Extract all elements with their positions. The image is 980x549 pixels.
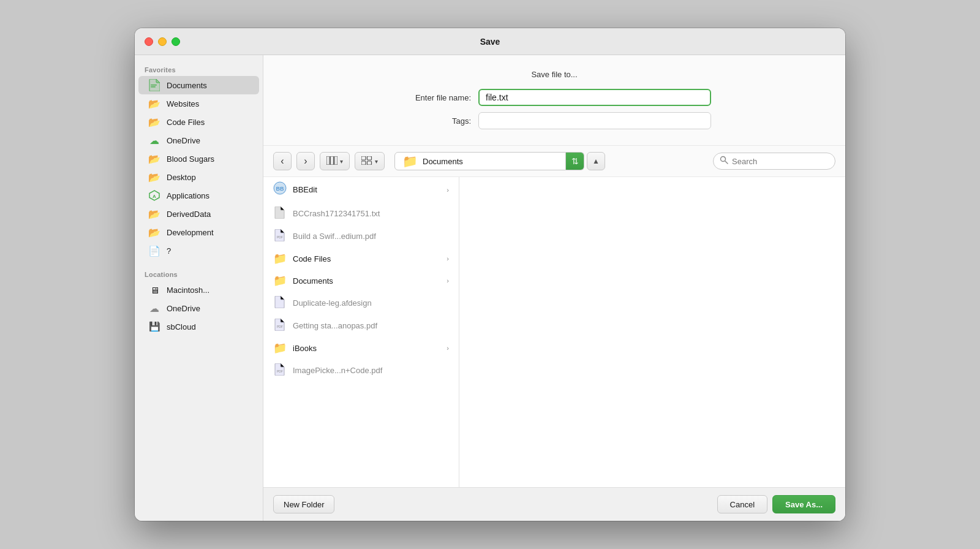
- folder-icon: 📂: [148, 153, 160, 165]
- cloud-icon: ☁: [148, 134, 160, 146]
- file-name-ibooks: iBooks: [293, 344, 440, 353]
- back-button[interactable]: ‹: [273, 152, 292, 170]
- svg-point-11: [721, 157, 726, 162]
- sidebar-item-development-label: Development: [167, 228, 214, 237]
- sidebar-item-websites-label: Websites: [167, 99, 199, 108]
- sidebar-item-applications[interactable]: A Applications: [138, 186, 259, 205]
- search-icon: [720, 156, 728, 167]
- save-as-button[interactable]: Save As...: [772, 495, 835, 513]
- folder-icon: 📂: [148, 171, 160, 183]
- file-item-code-files[interactable]: 📁 Code Files ›: [263, 248, 459, 270]
- columns-view-button[interactable]: ▾: [320, 152, 350, 170]
- tags-row: Tags:: [288, 112, 821, 129]
- file-name-bbedit: BBEdit: [293, 185, 440, 194]
- file-item-bbedit[interactable]: BB BBEdit ›: [263, 177, 459, 202]
- chevron-up-icon: ▲: [592, 157, 600, 165]
- file-item-documents[interactable]: 📁 Documents ›: [263, 270, 459, 292]
- file-item-bccrash[interactable]: BCCrash1712341751.txt: [263, 202, 459, 225]
- filename-input[interactable]: [478, 89, 711, 106]
- file-name-imagepicker: ImagePicke...n+Code.pdf: [293, 366, 449, 375]
- file-name-code-files: Code Files: [293, 254, 440, 263]
- svg-rect-7: [361, 156, 366, 160]
- sidebar-item-code-files[interactable]: 📂 Code Files: [138, 113, 259, 131]
- search-input[interactable]: [732, 157, 818, 166]
- location-dropdown-button[interactable]: ⇅: [566, 152, 584, 170]
- maximize-button[interactable]: [172, 37, 180, 46]
- sidebar-item-documents[interactable]: Documents: [138, 76, 259, 94]
- sidebar-item-blood-sugars[interactable]: 📂 Blood Sugars: [138, 150, 259, 168]
- favorites-label: Favorites: [135, 62, 263, 76]
- chevron-down-icon: ▾: [340, 158, 343, 165]
- folder-icon: 📂: [148, 97, 160, 110]
- hdd-icon: 🖥: [148, 284, 160, 296]
- content-area: Save file to... Enter file name: Tags: ‹…: [263, 55, 845, 521]
- file-name-bccrash: BCCrash1712341751.txt: [293, 209, 449, 218]
- close-button[interactable]: [145, 37, 153, 46]
- sidebar-item-onedrive-label: OneDrive: [167, 136, 200, 145]
- file-item-imagepicker[interactable]: PDF ImagePicke...n+Code.pdf: [263, 359, 459, 382]
- sidebar-item-onedrive-location[interactable]: ☁ OneDrive: [138, 299, 259, 317]
- dialog-title: Save: [480, 37, 500, 47]
- file-item-duplicate-leg[interactable]: Duplicate-leg.afdesign: [263, 292, 459, 314]
- minimize-button[interactable]: [158, 37, 167, 46]
- svg-rect-1: [151, 86, 156, 88]
- svg-rect-8: [368, 156, 372, 160]
- grid-icon: [361, 156, 372, 167]
- txt-icon: [273, 206, 287, 221]
- sidebar-item-desktop-label: Desktop: [167, 173, 196, 182]
- chevron-right-icon: ›: [447, 344, 449, 352]
- titlebar: Save: [135, 28, 845, 55]
- sidebar-item-sbcloud-label: sbCloud: [167, 322, 196, 331]
- location-display: 📁 Documents: [394, 152, 566, 170]
- sidebar-item-derived-data[interactable]: 📂 DerivedData: [138, 205, 259, 223]
- sidebar-item-onedrive[interactable]: ☁ OneDrive: [138, 131, 259, 150]
- svg-rect-0: [151, 85, 157, 86]
- search-box: [713, 153, 835, 170]
- collapse-button[interactable]: ▲: [587, 152, 605, 170]
- columns-icon: [326, 156, 337, 167]
- sidebar-item-macintosh[interactable]: 🖥 Macintosh...: [138, 281, 259, 299]
- up-down-arrows-icon: ⇅: [571, 156, 579, 166]
- new-folder-button[interactable]: New Folder: [273, 495, 334, 513]
- sidebar-item-websites[interactable]: 📂 Websites: [138, 94, 259, 113]
- sidebar: Favorites Documents 📂: [135, 55, 263, 521]
- location-pill: 📁 Documents ⇅ ▲: [394, 152, 605, 170]
- sidebar-item-documents-label: Documents: [167, 81, 207, 90]
- chevron-right-icon: ›: [447, 186, 449, 194]
- tags-input[interactable]: [478, 112, 711, 129]
- sidebar-item-desktop[interactable]: 📂 Desktop: [138, 168, 259, 186]
- pdf-icon: PDF: [273, 319, 287, 333]
- sidebar-item-blood-sugars-label: Blood Sugars: [167, 154, 214, 164]
- forward-button[interactable]: ›: [296, 152, 315, 170]
- grid-view-button[interactable]: ▾: [355, 152, 385, 170]
- folder-icon: 📂: [148, 208, 160, 220]
- sidebar-item-sbcloud[interactable]: 💾 sbCloud: [138, 317, 259, 336]
- chevron-right-icon: ›: [447, 277, 449, 284]
- bbedit-icon: BB: [273, 181, 287, 198]
- file-name-duplicate-leg: Duplicate-leg.afdesign: [293, 298, 449, 308]
- svg-text:PDF: PDF: [277, 235, 283, 239]
- location-name: Documents: [423, 157, 463, 166]
- svg-rect-6: [334, 156, 337, 165]
- cancel-button[interactable]: Cancel: [717, 495, 767, 513]
- file-item-getting-started[interactable]: PDF Getting sta...anopas.pdf: [263, 314, 459, 337]
- location-folder-icon: 📁: [402, 154, 418, 168]
- form-area: Save file to... Enter file name: Tags:: [263, 55, 845, 146]
- sidebar-item-unknown[interactable]: 📄 ?: [138, 241, 259, 260]
- bottom-bar: New Folder Cancel Save As...: [263, 487, 845, 521]
- svg-rect-5: [331, 156, 334, 165]
- folder-icon: 📂: [148, 116, 160, 128]
- doc-green-icon: [148, 79, 160, 91]
- back-icon: ‹: [281, 156, 284, 167]
- svg-text:BB: BB: [276, 186, 284, 192]
- file-name-getting-started: Getting sta...anopas.pdf: [293, 321, 449, 330]
- sidebar-item-development[interactable]: 📂 Development: [138, 223, 259, 241]
- pdf-icon: PDF: [273, 229, 287, 243]
- forward-icon: ›: [304, 156, 307, 167]
- sidebar-item-macintosh-label: Macintosh...: [167, 286, 209, 295]
- hdd-eject-icon: 💾: [148, 320, 160, 333]
- file-column: BB BBEdit ›: [263, 177, 459, 487]
- save-dialog: Save Favorites Documents: [135, 28, 845, 521]
- file-item-ibooks[interactable]: 📁 iBooks ›: [263, 337, 459, 359]
- file-item-build-swift[interactable]: PDF Build a Swif...edium.pdf: [263, 225, 459, 248]
